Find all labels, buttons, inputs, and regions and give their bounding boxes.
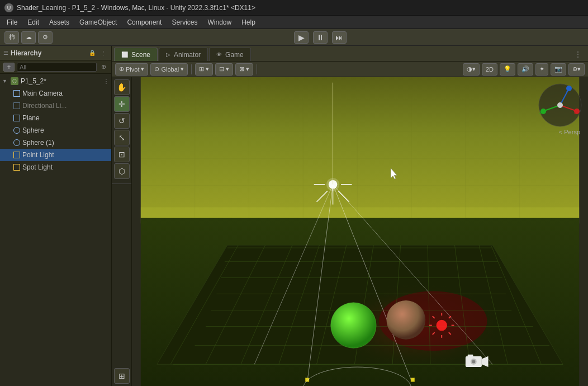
svg-rect-44	[305, 378, 309, 382]
svg-rect-43	[411, 378, 415, 382]
toolbar-sep-2	[257, 64, 257, 74]
menu-component[interactable]: Component	[122, 17, 166, 27]
window-title: Shader_Leaning - P1_5_2 - Windows, Mac, …	[17, 4, 255, 12]
grid-btn-3[interactable]: ⊠▾	[235, 63, 253, 76]
pivot-btn[interactable]: ⊕ Pivot ▾	[115, 63, 148, 76]
tab-bar: ⬜ Scene ▷ Animator 👁 Game ⋮	[112, 46, 588, 62]
menu-window[interactable]: Window	[203, 17, 236, 27]
scene-toolbar-right: ◑▾ 2D 💡 🔊 ✦ 📷 ⊕▾	[463, 63, 585, 76]
hierarchy-more-btn[interactable]: ⋮	[99, 49, 108, 58]
tree-item-label: Spot Light	[22, 163, 53, 171]
hierarchy-scene-root[interactable]: ▼ ⬡ P1_5_2* ⋮	[0, 75, 111, 87]
hierarchy-search-options[interactable]: ⊕	[99, 63, 108, 72]
hierarchy-item-point-light[interactable]: Point Light	[0, 149, 111, 161]
custom-editor-btn[interactable]: ⊞	[114, 368, 130, 384]
menu-edit[interactable]: Edit	[23, 17, 44, 27]
scene-svg	[132, 77, 588, 386]
menu-gameobject[interactable]: GameObject	[75, 17, 121, 27]
rotate-tool-btn[interactable]: ↺	[114, 113, 130, 129]
hierarchy-item-plane[interactable]: Plane	[0, 112, 111, 124]
shading-btn[interactable]: ◑▾	[463, 63, 480, 76]
nav-gizmo[interactable]: z x y	[538, 83, 582, 128]
hierarchy-item-spot-light[interactable]: Spot Light	[0, 161, 111, 173]
tree-expand-arrow: ▼	[2, 78, 7, 84]
tab-game[interactable]: 👁 Game	[209, 48, 251, 61]
pause-btn[interactable]: ⏸	[313, 31, 328, 44]
sphere-icon	[13, 127, 20, 134]
global-icon: ⊙	[154, 65, 159, 73]
menu-help[interactable]: Help	[237, 17, 260, 27]
hierarchy-lock-btn[interactable]: 🔒	[88, 49, 97, 58]
menu-assets[interactable]: Assets	[45, 17, 74, 27]
tree-item-label: Plane	[22, 114, 40, 122]
hierarchy-item-sphere-1[interactable]: Sphere (1)	[0, 136, 111, 149]
hierarchy-header: ☰ Hierarchy 🔒 ⋮	[0, 46, 111, 60]
game-tab-label: Game	[225, 51, 244, 59]
grid-btn-2[interactable]: ⊟▾	[215, 63, 233, 76]
rect-tool-btn[interactable]: ⊡	[114, 147, 130, 162]
step-btn[interactable]: ⏭	[332, 31, 347, 44]
hierarchy-panel: ☰ Hierarchy 🔒 ⋮ + ⊕ ▼ ⬡ P1_5_2* ⋮ Main C…	[0, 46, 112, 386]
app-icon: U	[4, 3, 13, 12]
move-tool-btn[interactable]: ✛	[114, 96, 130, 112]
tab-more-btn[interactable]: ⋮	[570, 48, 586, 61]
svg-rect-65	[468, 355, 473, 358]
menu-services[interactable]: Services	[167, 17, 202, 27]
camera-effects-btn[interactable]: 📷	[551, 63, 566, 76]
global-label: Global	[161, 66, 179, 73]
tab-animator[interactable]: ▷ Animator	[159, 48, 208, 61]
tree-item-label: Sphere	[22, 126, 44, 134]
toolbar-sep-1	[191, 64, 192, 74]
settings-btn[interactable]: ⚙	[38, 31, 53, 44]
pivot-arrow-icon: ▾	[141, 65, 144, 73]
svg-rect-0	[141, 77, 579, 218]
animator-tab-label: Animator	[174, 51, 201, 59]
hierarchy-search-input[interactable]	[17, 63, 97, 72]
hierarchy-title: Hierarchy	[11, 49, 41, 57]
scene-toolbar: ⊕ Pivot ▾ ⊙ Global ▾ ⊞▾ ⊟▾ ⊠▾ ◑▾ 2D 💡 🔊 …	[112, 62, 588, 77]
global-btn[interactable]: ⊙ Global ▾	[150, 63, 188, 76]
cloud-btn[interactable]: ☁	[21, 31, 36, 44]
svg-text:x: x	[574, 109, 577, 115]
menu-file[interactable]: File	[2, 17, 22, 27]
svg-text:z: z	[539, 109, 542, 115]
menu-bar: File Edit Assets GameObject Component Se…	[0, 16, 588, 29]
title-bar: U Shader_Leaning - P1_5_2 - Windows, Mac…	[0, 0, 588, 16]
svg-text:y: y	[566, 86, 569, 92]
scene-viewport[interactable]: ✋ ✛ ↺ ⤡ ⊡ ⬡ ⊞	[112, 77, 588, 386]
pivot-icon: ⊕	[119, 65, 124, 73]
svg-point-54	[386, 300, 425, 340]
hand-tool-btn[interactable]: ✋	[114, 79, 130, 95]
main-layout: ☰ Hierarchy 🔒 ⋮ + ⊕ ▼ ⬡ P1_5_2* ⋮ Main C…	[0, 46, 588, 386]
transform-tool-btn[interactable]: ⬡	[114, 163, 130, 179]
grid-btn-1[interactable]: ⊞▾	[195, 63, 213, 76]
hierarchy-item-directional-light[interactable]: Directional Li...	[0, 100, 111, 112]
svg-point-52	[331, 303, 376, 348]
sphere1-icon	[13, 139, 20, 146]
account-btn[interactable]: 柿	[4, 31, 19, 44]
svg-point-80	[557, 102, 563, 108]
scene-kebab-btn[interactable]: ⋮	[103, 78, 109, 84]
hierarchy-add-btn[interactable]: +	[3, 63, 15, 72]
audio-toggle-btn[interactable]: 🔊	[518, 63, 533, 76]
pivot-label: Pivot	[126, 66, 139, 73]
light-toggle-btn[interactable]: 💡	[500, 63, 515, 76]
hierarchy-tree: ▼ ⬡ P1_5_2* ⋮ Main Camera Directional Li…	[0, 74, 111, 386]
dir-light-icon	[13, 102, 20, 109]
hierarchy-search-bar: + ⊕	[0, 60, 111, 74]
gizmos-btn[interactable]: ⊕▾	[568, 63, 585, 76]
scale-tool-btn[interactable]: ⤡	[114, 130, 130, 145]
2d-btn[interactable]: 2D	[482, 63, 497, 76]
hierarchy-item-sphere[interactable]: Sphere	[0, 124, 111, 136]
point-light-icon	[13, 152, 20, 158]
svg-point-55	[437, 320, 447, 331]
tab-scene[interactable]: ⬜ Scene	[114, 48, 158, 61]
hierarchy-menu-icon: ☰	[3, 50, 8, 56]
spot-light-icon	[13, 164, 20, 171]
content-area: ⬜ Scene ▷ Animator 👁 Game ⋮ ⊕ Pivot ▾ ⊙ …	[112, 46, 588, 386]
gizmo-toolbar: ✋ ✛ ↺ ⤡ ⊡ ⬡ ⊞	[112, 77, 132, 386]
hierarchy-item-main-camera[interactable]: Main Camera	[0, 87, 111, 100]
fx-toggle-btn[interactable]: ✦	[535, 63, 548, 76]
scene-icon: ⬡	[11, 77, 18, 85]
play-btn[interactable]: ▶	[294, 31, 309, 44]
